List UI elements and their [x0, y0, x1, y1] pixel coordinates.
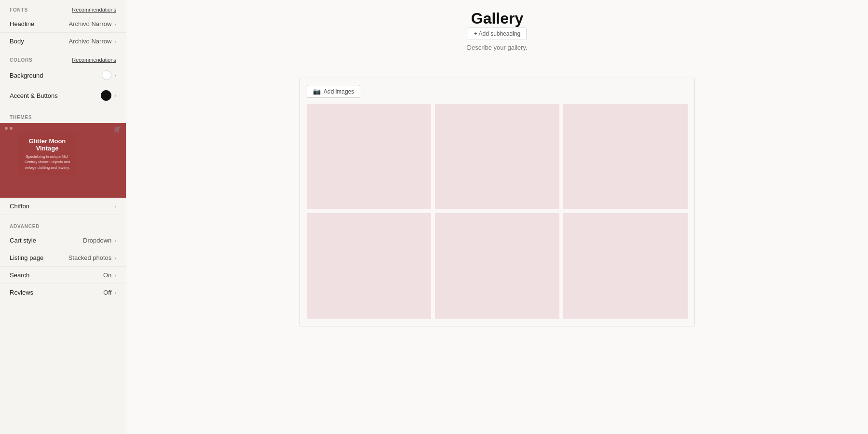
- main-content: + Add subheading 📷 Add images: [126, 0, 868, 434]
- search-label: Search: [10, 271, 29, 279]
- chevron-icon: ›: [114, 238, 116, 244]
- accent-color-swatch: [101, 90, 111, 101]
- background-color-swatch: [102, 70, 111, 80]
- camera-icon: 📷: [313, 88, 321, 95]
- sidebar: FONTS Recommendations Headline Archivo N…: [0, 0, 126, 434]
- fonts-section-header: FONTS Recommendations: [0, 0, 126, 15]
- fonts-recommendations-link[interactable]: Recommendations: [72, 7, 116, 13]
- sidebar-item-accent[interactable]: Accent & Buttons ›: [0, 85, 126, 106]
- accent-label: Accent & Buttons: [10, 92, 58, 99]
- sidebar-item-search[interactable]: Search On ›: [0, 267, 126, 284]
- listing-page-value: Stacked photos: [68, 254, 112, 261]
- chiffon-label: Chiffon: [10, 203, 29, 210]
- themes-label: THEMES: [0, 106, 126, 123]
- chevron-icon: ›: [114, 272, 116, 278]
- add-images-label: Add images: [324, 88, 354, 95]
- image-placeholder[interactable]: [563, 104, 688, 209]
- sidebar-item-body[interactable]: Body Archivo Narrow ›: [0, 33, 126, 50]
- headline-label: Headline: [10, 20, 34, 27]
- reviews-label: Reviews: [10, 289, 33, 296]
- sidebar-item-reviews[interactable]: Reviews Off ›: [0, 284, 126, 301]
- image-placeholder[interactable]: [563, 213, 688, 319]
- cart-style-label: Cart style: [10, 237, 36, 244]
- colors-label: COLORS: [10, 57, 33, 63]
- sidebar-item-listing-page[interactable]: Listing page Stacked photos ›: [0, 249, 126, 267]
- listing-page-label: Listing page: [10, 254, 43, 261]
- theme-card-title: Glitter Moon Vintage: [23, 137, 71, 152]
- chevron-icon: ›: [114, 93, 116, 98]
- colors-recommendations-link[interactable]: Recommendations: [72, 57, 116, 63]
- gallery-title-input[interactable]: [299, 10, 695, 27]
- cart-style-value: Dropdown: [83, 237, 111, 244]
- theme-card-content: Glitter Moon Vintage Specializing in uni…: [18, 134, 76, 175]
- chevron-icon: ›: [114, 255, 116, 261]
- add-images-button[interactable]: 📷 Add images: [307, 85, 360, 98]
- advanced-label: ADVANCED: [0, 215, 126, 232]
- sidebar-item-background[interactable]: Background ›: [0, 66, 126, 85]
- chevron-icon: ›: [114, 21, 116, 27]
- image-placeholder[interactable]: [435, 213, 559, 319]
- colors-section-header: COLORS Recommendations: [0, 50, 126, 66]
- add-subheading-label: + Add subheading: [474, 30, 520, 37]
- image-placeholder[interactable]: [307, 104, 431, 209]
- theme-preview-card[interactable]: 🛒 Glitter Moon Vintage Specializing in u…: [0, 123, 126, 198]
- image-placeholder[interactable]: [435, 104, 559, 209]
- gallery-area: 📷 Add images: [299, 78, 695, 326]
- gallery-desc-area: + Add subheading: [299, 27, 695, 58]
- theme-card-desc: Specializing in unique Mid-Century Moder…: [23, 154, 71, 170]
- reviews-value: Off: [103, 289, 111, 296]
- fonts-label: FONTS: [10, 7, 28, 13]
- chevron-icon: ›: [114, 290, 116, 296]
- background-label: Background: [10, 72, 43, 79]
- body-value: Archivo Narrow: [68, 38, 111, 45]
- sidebar-item-chiffon[interactable]: Chiffon ›: [0, 198, 126, 215]
- gallery-header: + Add subheading: [299, 10, 695, 63]
- sidebar-item-cart-style[interactable]: Cart style Dropdown ›: [0, 232, 126, 249]
- chevron-icon: ›: [114, 39, 116, 44]
- chevron-icon: ›: [114, 72, 116, 78]
- search-value: On: [103, 271, 111, 279]
- add-subheading-button[interactable]: + Add subheading: [468, 27, 527, 40]
- image-placeholder[interactable]: [307, 213, 431, 319]
- headline-value: Archivo Narrow: [68, 20, 111, 27]
- image-grid: [307, 104, 688, 319]
- sidebar-item-headline[interactable]: Headline Archivo Narrow ›: [0, 15, 126, 33]
- theme-card-cart-icon: 🛒: [113, 126, 121, 133]
- theme-card-nav-dots: [5, 127, 13, 130]
- gallery-description-input[interactable]: [449, 44, 545, 58]
- chevron-icon: ›: [114, 203, 116, 209]
- body-label: Body: [10, 38, 24, 45]
